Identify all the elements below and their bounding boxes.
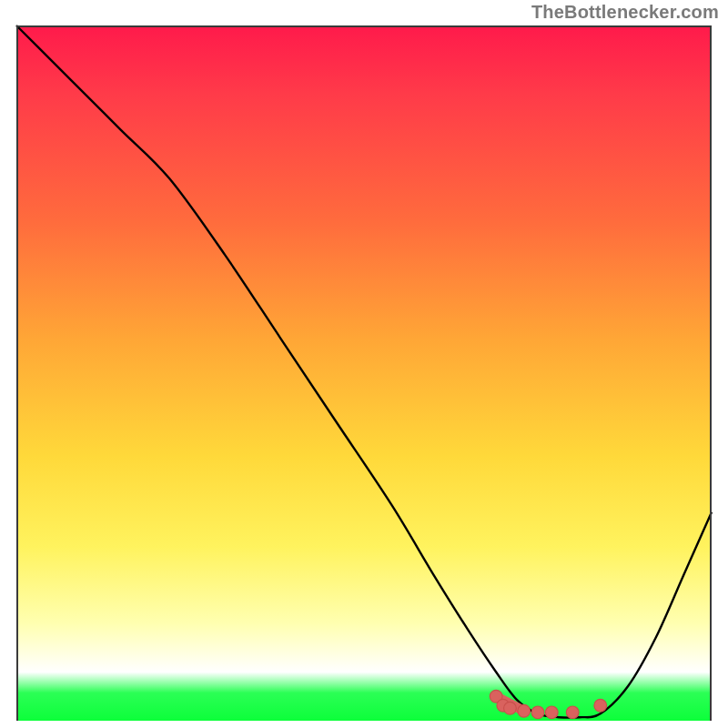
marker-point [518,704,531,717]
chart-container: TheBottlenecker.com [0,0,728,728]
marker-point [504,702,517,714]
marker-point [531,706,544,719]
marker-point [566,706,579,719]
marker-point [594,699,607,712]
attribution-label: TheBottlenecker.com [531,2,719,23]
marker-group [490,690,606,718]
plot-area [16,25,712,721]
bottleneck-curve [16,25,712,718]
plot-inner [16,25,712,721]
marker-point [545,706,558,719]
curve-svg [16,25,712,721]
